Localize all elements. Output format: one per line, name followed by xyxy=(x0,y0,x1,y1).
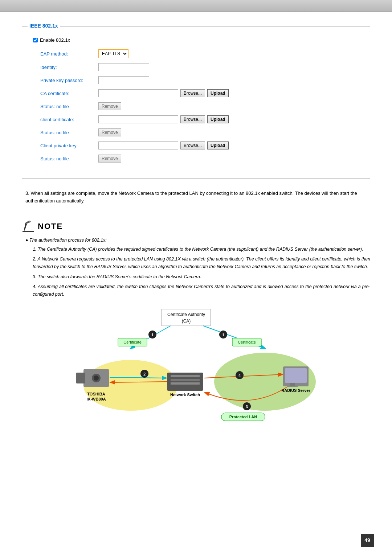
svg-text:RADIUS Server: RADIUS Server xyxy=(281,388,310,393)
svg-line-30 xyxy=(110,377,166,378)
svg-rect-23 xyxy=(171,375,200,377)
svg-line-31 xyxy=(111,382,167,382)
ieee-box-title: IEEE 802.1x xyxy=(28,23,60,29)
top-bar xyxy=(0,0,392,12)
private-key-input[interactable] xyxy=(98,76,149,84)
client-status-row: Status: no file Remove xyxy=(33,128,359,136)
note-item-1: The Certificate Authority (CA) provides … xyxy=(33,246,370,253)
svg-text:Protected LAN: Protected LAN xyxy=(229,415,257,419)
note-bullet-text: The authentication process for 802.1x: xyxy=(29,238,107,243)
client-status-label: Status: no file xyxy=(40,130,98,135)
svg-text:Certificate Authority: Certificate Authority xyxy=(167,312,205,317)
note-item-3: The switch also forwards the RADIUS Serv… xyxy=(33,273,370,281)
private-key-row: Private key passord: xyxy=(33,76,359,84)
client-remove-button[interactable]: Remove xyxy=(98,128,121,136)
page-footer: 49 xyxy=(361,534,374,547)
eap-method-select[interactable]: EAP-TLS xyxy=(99,50,128,57)
ca-status-label: Status: no file xyxy=(40,104,98,109)
svg-text:3: 3 xyxy=(246,405,248,409)
client-cert-label: client certificate: xyxy=(40,117,98,122)
note-section: NOTE ● The authentication process for 80… xyxy=(22,216,370,299)
svg-text:1: 1 xyxy=(222,333,224,337)
note-item-2: A Network Camera requests access to the … xyxy=(33,255,370,271)
svg-text:2: 2 xyxy=(143,372,146,376)
svg-rect-0 xyxy=(23,231,34,232)
diagram: Certificate Authority (CA) Certificate C… xyxy=(54,305,338,436)
svg-rect-29 xyxy=(287,386,298,387)
svg-text:IK-WB80A: IK-WB80A xyxy=(86,397,106,401)
client-cert-row: client certificate: Browse... Upload xyxy=(33,115,359,123)
note-header: NOTE xyxy=(22,220,370,233)
ca-cert-row: CA certificate: Browse... Upload xyxy=(33,89,359,97)
eap-method-row: EAP method: EAP-TLS xyxy=(33,49,359,58)
ca-cert-input[interactable] xyxy=(98,89,178,97)
svg-text:1: 1 xyxy=(151,333,154,337)
client-cert-file-row: Browse... Upload xyxy=(98,115,229,123)
identity-input[interactable] xyxy=(98,63,149,71)
note-list: The Certificate Authority (CA) provides … xyxy=(33,246,370,299)
client-cert-input[interactable] xyxy=(98,115,178,123)
client-private-file-row: Browse... Upload xyxy=(98,141,229,149)
main-content: IEEE 802.1x Enable 802.1x EAP method: EA… xyxy=(0,12,392,458)
ieee-box: IEEE 802.1x Enable 802.1x EAP method: EA… xyxy=(22,26,370,179)
ca-cert-label: CA certificate: xyxy=(40,91,98,96)
client-private-input[interactable] xyxy=(98,141,178,149)
svg-text:4: 4 xyxy=(238,373,241,378)
client-cert-browse-button[interactable]: Browse... xyxy=(180,115,205,123)
note-icon xyxy=(22,220,35,233)
ca-cert-browse-button[interactable]: Browse... xyxy=(180,89,205,97)
svg-rect-28 xyxy=(290,383,295,386)
eap-method-label: EAP method: xyxy=(40,51,98,57)
identity-label: Identity: xyxy=(40,65,98,70)
note-title: NOTE xyxy=(38,222,63,231)
svg-text:Certificate: Certificate xyxy=(238,340,256,344)
svg-text:TOSHIBA: TOSHIBA xyxy=(87,392,105,396)
private-key-label: Private key passord: xyxy=(40,78,98,83)
ca-cert-upload-button[interactable]: Upload xyxy=(207,89,229,97)
client-private-status-row: Status: no file Remove xyxy=(33,155,359,163)
svg-rect-19 xyxy=(76,373,85,383)
ca-status-row: Status: no file Remove xyxy=(33,102,359,110)
svg-text:Network Switch: Network Switch xyxy=(170,393,200,397)
identity-row: Identity: xyxy=(33,63,359,71)
enable-label: Enable 802.1x xyxy=(40,37,70,43)
enable-row: Enable 802.1x xyxy=(33,37,359,43)
client-cert-upload-button[interactable]: Upload xyxy=(207,115,229,123)
client-private-remove-button[interactable]: Remove xyxy=(98,155,121,163)
svg-rect-24 xyxy=(171,379,200,381)
svg-text:Certificate: Certificate xyxy=(123,340,142,344)
client-private-browse-button[interactable]: Browse... xyxy=(180,141,205,149)
enable-802-1x-checkbox[interactable] xyxy=(33,38,38,42)
client-private-label: Client private key: xyxy=(40,143,98,148)
svg-rect-25 xyxy=(171,382,200,385)
note-item-4: Assuming all certificates are validated,… xyxy=(33,283,370,299)
client-private-upload-button[interactable]: Upload xyxy=(207,141,229,149)
client-private-row: Client private key: Browse... Upload xyxy=(33,141,359,149)
ca-remove-button[interactable]: Remove xyxy=(98,102,121,110)
note-bullet: ● The authentication process for 802.1x: xyxy=(25,237,370,244)
eap-select-wrapper[interactable]: EAP-TLS xyxy=(98,49,128,58)
diagram-svg: Certificate Authority (CA) Certificate C… xyxy=(54,305,338,436)
client-private-status-label: Status: no file xyxy=(40,156,98,161)
svg-rect-27 xyxy=(285,368,307,383)
step3-text: 3. When all settings are complete, move … xyxy=(22,190,370,205)
note-content: ● The authentication process for 802.1x:… xyxy=(22,237,370,299)
ca-cert-file-row: Browse... Upload xyxy=(98,89,229,97)
svg-point-21 xyxy=(94,376,99,381)
svg-text:(CA): (CA) xyxy=(182,319,191,324)
